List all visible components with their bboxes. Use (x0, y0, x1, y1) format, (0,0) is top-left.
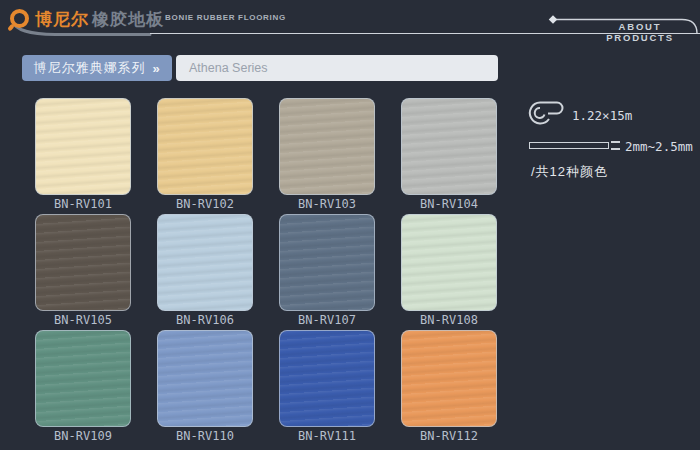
swatch-cell: BN-RV109 (35, 330, 131, 444)
swatch-code-label: BN-RV109 (35, 429, 131, 444)
swatch-code-label: BN-RV111 (279, 429, 375, 444)
swatch-cell: BN-RV101 (35, 98, 131, 212)
swatch-BN-RV102[interactable] (157, 98, 253, 195)
swatch-cell: BN-RV111 (279, 330, 375, 444)
swatch-grid: BN-RV101BN-RV102BN-RV103BN-RV104BN-RV105… (35, 98, 505, 444)
swatch-BN-RV107[interactable] (279, 214, 375, 311)
page: 博尼尔 橡胶地板 BONIE RUBBER FLOORING ABOUT PRO… (0, 0, 700, 450)
swatch-cell: BN-RV112 (401, 330, 497, 444)
swatch-code-label: BN-RV104 (401, 197, 497, 212)
swatch-code-label: BN-RV105 (35, 313, 131, 328)
swatch-code-label: BN-RV106 (157, 313, 253, 328)
thickness-bar-icon (529, 142, 609, 149)
swatch-cell: BN-RV110 (157, 330, 253, 444)
swatch-code-label: BN-RV102 (157, 197, 253, 212)
swatch-code-label: BN-RV108 (401, 313, 497, 328)
swatch-code-label: BN-RV103 (279, 197, 375, 212)
spec-thickness: 2mm~2.5mm (625, 139, 693, 154)
brand-name-cn: 博尼尔 (35, 8, 89, 31)
header: 博尼尔 橡胶地板 BONIE RUBBER FLOORING ABOUT PRO… (0, 0, 700, 46)
nav-about-products[interactable]: ABOUT PRODUCTS (590, 21, 690, 43)
swatch-cell: BN-RV103 (279, 98, 375, 212)
series-title-box: Athena Series (176, 55, 498, 81)
series-tab-button[interactable]: 博尼尔雅典娜系列 » (22, 55, 172, 81)
swatch-BN-RV105[interactable] (35, 214, 131, 311)
swatch-cell: BN-RV104 (401, 98, 497, 212)
flooring-roll-icon (526, 100, 568, 126)
brand-name-en: BONIE RUBBER FLOORING (165, 13, 286, 22)
series-title-en: Athena Series (189, 61, 268, 75)
swatch-code-label: BN-RV110 (157, 429, 253, 444)
swatch-BN-RV101[interactable] (35, 98, 131, 195)
swatch-code-label: BN-RV112 (401, 429, 497, 444)
swatch-code-label: BN-RV101 (35, 197, 131, 212)
swatch-BN-RV109[interactable] (35, 330, 131, 427)
swatch-cell: BN-RV108 (401, 214, 497, 328)
swatch-code-label: BN-RV107 (279, 313, 375, 328)
swatch-cell: BN-RV107 (279, 214, 375, 328)
swatch-cell: BN-RV105 (35, 214, 131, 328)
swatch-cell: BN-RV106 (157, 214, 253, 328)
series-tab-label: 博尼尔雅典娜系列 (33, 59, 145, 77)
spec-color-count: /共12种颜色 (531, 163, 608, 181)
swatch-BN-RV103[interactable] (279, 98, 375, 195)
swatch-BN-RV108[interactable] (401, 214, 497, 311)
swatch-BN-RV104[interactable] (401, 98, 497, 195)
brand-suffix-cn: 橡胶地板 (92, 8, 164, 31)
thickness-bracket-icon (611, 141, 620, 150)
swatch-BN-RV110[interactable] (157, 330, 253, 427)
swatch-BN-RV106[interactable] (157, 214, 253, 311)
swatch-cell: BN-RV102 (157, 98, 253, 212)
double-chevron-icon: » (152, 61, 160, 76)
swatch-BN-RV112[interactable] (401, 330, 497, 427)
swatch-BN-RV111[interactable] (279, 330, 375, 427)
spec-roll-size: 1.22×15m (572, 108, 632, 123)
